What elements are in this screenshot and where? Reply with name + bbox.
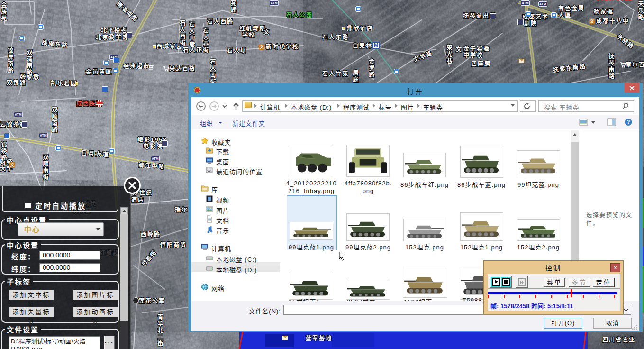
svg-text:?: ? <box>627 119 630 125</box>
